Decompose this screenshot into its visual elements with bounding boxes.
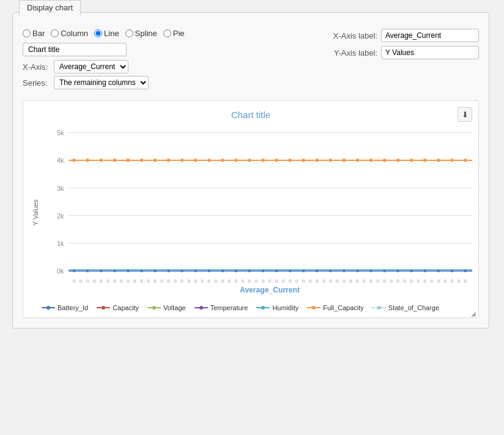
svg-point-80 (194, 158, 198, 162)
svg-text:0: 0 (262, 278, 264, 284)
svg-text:0: 0 (147, 278, 149, 284)
svg-text:0: 0 (316, 278, 318, 284)
svg-text:0: 0 (228, 278, 231, 284)
svg-point-77 (154, 158, 157, 162)
svg-point-76 (140, 158, 144, 162)
svg-point-78 (167, 158, 171, 162)
legend-battery-id: Battery_Id (42, 304, 88, 311)
svg-point-73 (100, 158, 103, 162)
radio-input-column[interactable] (51, 29, 59, 37)
svg-point-95 (396, 158, 400, 162)
xaxis-select[interactable]: Average_Current (54, 60, 128, 73)
series-select-label: Series: (23, 78, 50, 87)
svg-point-82 (221, 158, 224, 162)
svg-point-85 (261, 158, 265, 162)
svg-point-133 (46, 306, 50, 310)
chart-inner: 5k 4k 3k 2k 1k 0k 000 000 000 000 000 00… (40, 126, 472, 299)
legend-humidity: Humidity (256, 304, 298, 311)
radio-input-pie[interactable] (163, 29, 171, 37)
svg-text:0: 0 (215, 278, 217, 284)
chart-svg: 5k 4k 3k 2k 1k 0k 000 000 000 000 000 00… (40, 126, 472, 297)
legend-label-temperature: Temperature (210, 304, 248, 311)
svg-point-84 (248, 158, 251, 162)
svg-text:0: 0 (289, 278, 291, 284)
chart-wrapper: Y Values 5k 4k 3k 2k 1k 0k (29, 126, 472, 299)
legend-label-full-capacity: Full_Capacity (323, 304, 364, 311)
xaxis-select-label: X-Axis: (23, 62, 50, 72)
svg-text:0: 0 (269, 278, 271, 284)
svg-text:0: 0 (322, 278, 325, 284)
svg-text:Average_Current: Average_Current (240, 286, 300, 295)
legend-temperature: Temperature (195, 304, 248, 311)
controls-area: Bar Column Line Spline (23, 29, 479, 92)
radio-bar[interactable]: Bar (23, 29, 45, 38)
svg-point-83 (234, 158, 238, 162)
radio-input-spline[interactable] (125, 29, 133, 37)
resize-handle[interactable]: ◢ (471, 310, 477, 316)
legend-full-capacity: Full_Capacity (307, 304, 364, 311)
svg-point-91 (343, 158, 346, 162)
svg-point-139 (199, 306, 203, 310)
svg-text:0: 0 (295, 278, 298, 284)
svg-point-145 (377, 306, 381, 310)
legend-voltage: Voltage (147, 304, 186, 311)
yaxis-label-input[interactable] (381, 46, 479, 59)
svg-point-100 (464, 158, 467, 162)
svg-text:0: 0 (431, 278, 433, 284)
legend-capacity: Capacity (97, 304, 139, 311)
svg-text:0: 0 (188, 278, 190, 284)
svg-text:0: 0 (133, 278, 136, 284)
svg-point-92 (356, 158, 360, 162)
chart-type-row: Bar Column Line Spline (23, 29, 185, 38)
radio-column[interactable]: Column (51, 29, 88, 38)
svg-point-137 (152, 306, 156, 310)
radio-input-line[interactable] (94, 29, 102, 37)
svg-text:0: 0 (363, 278, 365, 284)
xaxis-label-input[interactable] (381, 29, 479, 42)
svg-text:0: 0 (282, 278, 284, 284)
svg-text:0: 0 (302, 278, 305, 284)
radio-input-bar[interactable] (23, 29, 31, 37)
svg-text:0: 0 (154, 278, 156, 284)
legend-label-humidity: Humidity (272, 304, 298, 311)
svg-text:0: 0 (167, 278, 169, 284)
svg-text:0: 0 (336, 278, 338, 284)
svg-text:0: 0 (93, 278, 95, 284)
svg-text:0: 0 (410, 278, 413, 284)
svg-text:0: 0 (383, 278, 385, 284)
svg-point-88 (302, 158, 305, 162)
xaxis-label-text: X-Axis label: (328, 31, 377, 40)
svg-point-81 (207, 158, 211, 162)
svg-text:0: 0 (140, 278, 143, 284)
svg-text:0k: 0k (57, 267, 64, 275)
chart-title-input[interactable] (23, 43, 127, 56)
y-axis-label: Y Values (29, 126, 40, 299)
svg-text:3k: 3k (57, 185, 64, 192)
svg-text:0: 0 (329, 278, 332, 284)
svg-point-72 (86, 158, 89, 162)
svg-text:0: 0 (444, 278, 447, 284)
svg-text:0: 0 (80, 278, 82, 284)
chart-title-display: Chart title (29, 110, 472, 120)
svg-text:0: 0 (113, 278, 116, 284)
display-chart-panel: Display chart Bar Column Line (12, 12, 489, 329)
svg-point-89 (316, 158, 319, 162)
svg-text:0: 0 (73, 278, 75, 284)
series-select[interactable]: The remaining columns (54, 76, 149, 89)
svg-text:0: 0 (349, 278, 352, 284)
series-select-row: Series: The remaining columns (23, 76, 185, 89)
svg-point-94 (383, 158, 387, 162)
svg-text:0: 0 (160, 278, 163, 284)
svg-text:0: 0 (86, 278, 89, 284)
svg-text:5k: 5k (57, 129, 64, 136)
radio-line[interactable]: Line (94, 29, 119, 38)
legend-label-capacity: Capacity (113, 304, 139, 311)
radio-pie[interactable]: Pie (163, 29, 185, 38)
svg-text:0: 0 (174, 278, 176, 284)
download-button[interactable]: ⬇ (458, 107, 472, 122)
svg-text:0: 0 (208, 278, 210, 284)
svg-text:4k: 4k (57, 157, 64, 164)
svg-point-135 (102, 306, 105, 310)
radio-spline[interactable]: Spline (125, 29, 157, 38)
xaxis-label-row: X-Axis label: (328, 29, 479, 42)
